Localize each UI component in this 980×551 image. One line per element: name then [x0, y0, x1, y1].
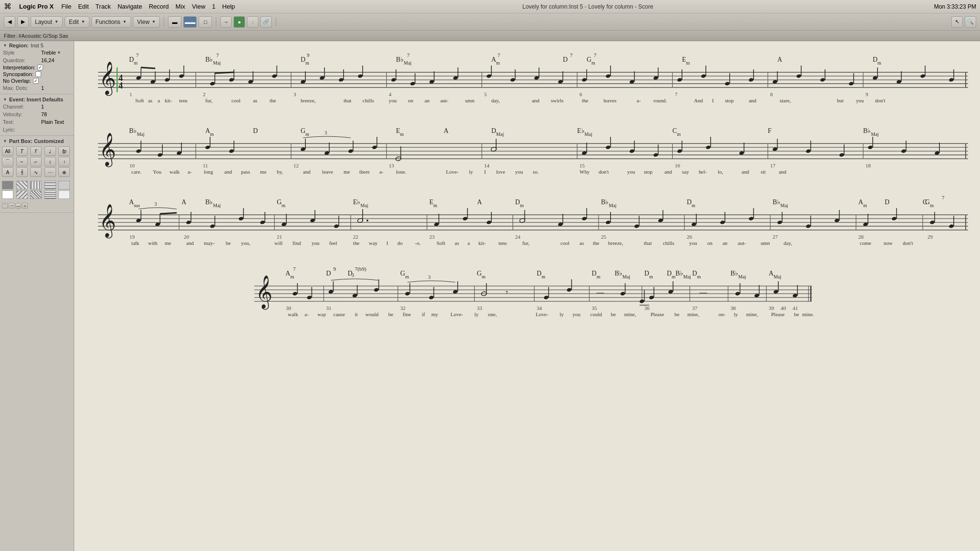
tool-rest[interactable]: ♩	[45, 146, 56, 156]
menu-view[interactable]: View	[192, 3, 205, 10]
tool-extra-1[interactable]: ⌒	[2, 203, 8, 209]
menu-edit[interactable]: Edit	[78, 3, 89, 10]
pattern-3[interactable]	[30, 181, 42, 189]
no-overlap-checkbox[interactable]: ✓	[33, 78, 39, 84]
svg-text:ly: ly	[475, 311, 479, 317]
svg-text:breeze,: breeze,	[301, 98, 316, 103]
svg-point-455	[307, 295, 312, 299]
svg-point-477	[620, 291, 625, 296]
menu-help[interactable]: Help	[222, 3, 235, 10]
svg-text:7: 7	[407, 52, 410, 58]
svg-point-461	[374, 287, 379, 292]
layout-button[interactable]: Layout ▼	[31, 16, 63, 28]
tool-s3[interactable]: ⌐	[30, 157, 42, 166]
svg-text:walk: walk	[169, 169, 180, 175]
nav-fwd-button[interactable]: ▶	[17, 16, 29, 28]
svg-point-128	[701, 74, 706, 78]
tool-fp[interactable]: fp	[58, 146, 70, 156]
svg-text:Love-: Love-	[451, 311, 464, 317]
svg-text:as: as	[455, 240, 459, 246]
tool-s1[interactable]: ⌒	[2, 157, 13, 166]
quantize-row: Quantize: 16,24	[0, 56, 74, 64]
pattern-7[interactable]	[16, 190, 28, 199]
svg-text:do: do	[398, 240, 403, 246]
menu-bar: ⌘ Logic Pro X File Edit Track Navigate R…	[0, 0, 980, 13]
functions-button[interactable]: Functions ▼	[91, 16, 131, 28]
menu-mix[interactable]: Mix	[176, 3, 185, 10]
display-mode-1[interactable]: ▬	[168, 16, 181, 28]
pattern-4[interactable]	[45, 181, 56, 189]
menu-file[interactable]: File	[61, 3, 71, 10]
toolbar-separator-2	[216, 17, 216, 27]
svg-text:D: D	[885, 198, 890, 206]
edit-button[interactable]: Edit ▼	[65, 16, 89, 28]
menu-record[interactable]: Record	[149, 3, 169, 10]
view-button[interactable]: View ▼	[133, 16, 160, 28]
pattern-2[interactable]	[16, 181, 28, 189]
tool-extra-2[interactable]: ⌣	[9, 203, 14, 209]
svg-text:8: 8	[770, 91, 773, 97]
tool-extra-3[interactable]: —	[15, 203, 21, 209]
pattern-8[interactable]	[30, 190, 42, 199]
nav-back-button[interactable]: ◀	[4, 16, 15, 28]
display-mode-3[interactable]: □	[199, 16, 212, 28]
cursor-tool[interactable]: ↖	[951, 16, 963, 28]
tool-green[interactable]: ●	[234, 16, 245, 28]
svg-point-199	[348, 149, 353, 153]
svg-point-313	[186, 220, 191, 224]
svg-text:a-: a-	[188, 169, 192, 175]
tool-s8[interactable]: ∿	[30, 167, 42, 177]
svg-text:15: 15	[579, 163, 585, 168]
tool-s2[interactable]: ⌣	[16, 157, 28, 166]
svg-text:me: me	[165, 240, 171, 246]
svg-text:35: 35	[592, 305, 598, 311]
svg-point-136	[796, 74, 802, 78]
toolbar-separator-3	[276, 17, 276, 27]
svg-text:one,: one,	[488, 311, 497, 317]
tool-s10[interactable]: ⊕	[58, 167, 70, 177]
svg-point-340	[581, 216, 587, 220]
tool-extra-4[interactable]: =	[22, 203, 28, 209]
pattern-5[interactable]	[58, 181, 70, 189]
tool-s4[interactable]: ↕	[45, 157, 56, 166]
pattern-10[interactable]	[58, 190, 70, 199]
pattern-9[interactable]	[45, 190, 56, 199]
score-area[interactable]: 𝄞 4 4 Dm B♭Maj Dm B♭Maj	[74, 41, 980, 551]
tool-t1[interactable]: T	[16, 146, 28, 156]
svg-text:swirls: swirls	[551, 98, 563, 103]
svg-text:you: you	[515, 169, 523, 175]
svg-text:Gm: Gm	[401, 270, 409, 279]
interpretation-checkbox[interactable]: ✓	[37, 65, 43, 70]
svg-point-332	[462, 216, 468, 220]
svg-text:a-: a-	[637, 98, 641, 103]
max-dots-row: Max. Dots: 1	[0, 84, 74, 92]
tool-s7[interactable]: 𝄞	[16, 167, 28, 177]
menu-1[interactable]: 1	[212, 3, 215, 10]
tool-s6[interactable]: A	[2, 167, 13, 177]
tool-midi[interactable]: ♪	[247, 16, 258, 28]
svg-text:ly: ly	[560, 311, 564, 317]
display-mode-2[interactable]: ▬▬	[183, 16, 197, 28]
tool-link[interactable]: 🔗	[260, 16, 272, 28]
tool-all[interactable]: All	[2, 146, 13, 156]
tool-t2[interactable]: 𝑇	[30, 146, 42, 156]
svg-text:AMaj: AMaj	[769, 270, 781, 279]
svg-point-350	[720, 220, 725, 224]
svg-text:F: F	[768, 127, 772, 134]
syncopation-checkbox[interactable]	[35, 71, 41, 77]
zoom-tool[interactable]: 🔍	[965, 16, 976, 28]
svg-text:and: and	[224, 169, 232, 175]
menu-navigate[interactable]: Navigate	[118, 3, 142, 10]
svg-point-459	[352, 293, 357, 298]
pattern-1[interactable]	[2, 181, 13, 189]
tool-s9[interactable]: ⋯	[45, 167, 56, 177]
tool-arrow[interactable]: →	[220, 16, 232, 28]
svg-point-132	[748, 77, 754, 82]
svg-point-50	[179, 74, 184, 78]
pattern-6[interactable]	[2, 190, 13, 199]
svg-text:lone.: lone.	[396, 169, 407, 175]
style-row: Style Treble ▼	[0, 49, 74, 56]
tool-s5[interactable]: ↑	[58, 157, 70, 166]
svg-text:-o.: -o.	[415, 240, 421, 246]
menu-track[interactable]: Track	[96, 3, 111, 10]
